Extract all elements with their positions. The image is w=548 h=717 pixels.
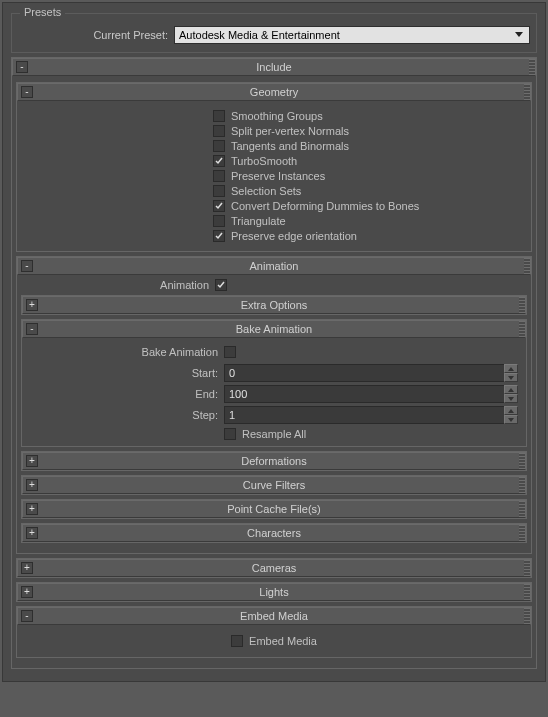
preserve-edge-label: Preserve edge orientation <box>231 230 357 242</box>
animation-title: Animation <box>250 260 299 272</box>
lights-rollup: + Lights <box>16 582 532 602</box>
split-normals-label: Split per-vertex Normals <box>231 125 349 137</box>
preserve-instances-checkbox[interactable] <box>213 170 225 182</box>
bake-animation-header[interactable]: - Bake Animation <box>22 320 526 338</box>
convert-dummies-checkbox[interactable] <box>213 200 225 212</box>
split-normals-checkbox[interactable] <box>213 125 225 137</box>
start-up-button[interactable] <box>504 364 518 373</box>
point-cache-title: Point Cache File(s) <box>227 503 321 515</box>
preserve-instances-label: Preserve Instances <box>231 170 325 182</box>
bake-animation-title: Bake Animation <box>236 323 312 335</box>
embed-media-header[interactable]: - Embed Media <box>17 607 531 625</box>
step-up-button[interactable] <box>504 406 518 415</box>
svg-marker-1 <box>508 367 514 371</box>
curve-filters-rollup: + Curve Filters <box>21 475 527 495</box>
include-title: Include <box>256 61 291 73</box>
lights-title: Lights <box>259 586 288 598</box>
triangulate-label: Triangulate <box>231 215 286 227</box>
embed-media-rollup: - Embed Media Embed Media <box>16 606 532 658</box>
presets-legend: Presets <box>20 6 65 18</box>
deformations-title: Deformations <box>241 455 306 467</box>
end-input[interactable] <box>224 385 504 403</box>
turbosmooth-checkbox[interactable] <box>213 155 225 167</box>
end-down-button[interactable] <box>504 394 518 403</box>
animation-header[interactable]: - Animation <box>17 257 531 275</box>
current-preset-value: Autodesk Media & Entertainment <box>179 29 340 41</box>
animation-check-row: Animation <box>21 279 527 291</box>
start-spinner <box>224 364 518 382</box>
step-spinner <box>224 406 518 424</box>
end-spinner <box>224 385 518 403</box>
deformations-rollup: + Deformations <box>21 451 527 471</box>
selection-sets-checkbox[interactable] <box>213 185 225 197</box>
lights-header[interactable]: + Lights <box>17 583 531 601</box>
curve-filters-header[interactable]: + Curve Filters <box>22 476 526 494</box>
include-toggle[interactable]: - <box>16 61 28 73</box>
cameras-title: Cameras <box>252 562 297 574</box>
geometry-toggle[interactable]: - <box>21 86 33 98</box>
svg-marker-0 <box>515 32 523 37</box>
selection-sets-label: Selection Sets <box>231 185 301 197</box>
curve-filters-toggle[interactable]: + <box>26 479 38 491</box>
include-header[interactable]: - Include <box>12 58 536 76</box>
characters-toggle[interactable]: + <box>26 527 38 539</box>
deformations-toggle[interactable]: + <box>26 455 38 467</box>
end-label: End: <box>30 388 218 400</box>
animation-enable-label: Animation <box>21 279 209 291</box>
embed-media-toggle[interactable]: - <box>21 610 33 622</box>
point-cache-header[interactable]: + Point Cache File(s) <box>22 500 526 518</box>
smoothing-groups-checkbox[interactable] <box>213 110 225 122</box>
deformations-header[interactable]: + Deformations <box>22 452 526 470</box>
bake-body: Bake Animation Start: <box>22 338 526 446</box>
include-rollup: - Include - Geometry Smoothing Groups Sp… <box>11 57 537 669</box>
geometry-header[interactable]: - Geometry <box>17 83 531 101</box>
start-input[interactable] <box>224 364 504 382</box>
lights-toggle[interactable]: + <box>21 586 33 598</box>
embed-media-label: Embed Media <box>249 635 317 647</box>
animation-enable-checkbox[interactable] <box>215 279 227 291</box>
characters-title: Characters <box>247 527 301 539</box>
cameras-rollup: + Cameras <box>16 558 532 578</box>
animation-body: Animation + Extra Options - <box>17 275 531 553</box>
step-label: Step: <box>30 409 218 421</box>
step-down-button[interactable] <box>504 415 518 424</box>
current-preset-row: Current Preset: Autodesk Media & Enterta… <box>18 26 530 44</box>
presets-fieldset: Presets Current Preset: Autodesk Media &… <box>11 13 537 53</box>
extra-options-title: Extra Options <box>241 299 308 311</box>
geometry-title: Geometry <box>250 86 298 98</box>
extra-options-toggle[interactable]: + <box>26 299 38 311</box>
characters-rollup: + Characters <box>21 523 527 543</box>
turbosmooth-label: TurboSmooth <box>231 155 297 167</box>
preserve-edge-checkbox[interactable] <box>213 230 225 242</box>
cameras-header[interactable]: + Cameras <box>17 559 531 577</box>
triangulate-checkbox[interactable] <box>213 215 225 227</box>
animation-toggle[interactable]: - <box>21 260 33 272</box>
bake-animation-checkbox[interactable] <box>224 346 236 358</box>
bake-animation-label: Bake Animation <box>30 346 218 358</box>
resample-all-label: Resample All <box>242 428 306 440</box>
svg-marker-6 <box>508 418 514 422</box>
svg-marker-4 <box>508 397 514 401</box>
start-label: Start: <box>30 367 218 379</box>
include-body: - Geometry Smoothing Groups Split per-ve… <box>12 76 536 668</box>
point-cache-toggle[interactable]: + <box>26 503 38 515</box>
current-preset-dropdown[interactable]: Autodesk Media & Entertainment <box>174 26 530 44</box>
curve-filters-title: Curve Filters <box>243 479 305 491</box>
current-preset-label: Current Preset: <box>18 29 168 41</box>
convert-dummies-label: Convert Deforming Dummies to Bones <box>231 200 419 212</box>
characters-header[interactable]: + Characters <box>22 524 526 542</box>
cameras-toggle[interactable]: + <box>21 562 33 574</box>
embed-body: Embed Media <box>17 625 531 657</box>
extra-options-rollup: + Extra Options <box>21 295 527 315</box>
start-down-button[interactable] <box>504 373 518 382</box>
step-input[interactable] <box>224 406 504 424</box>
resample-all-checkbox[interactable] <box>224 428 236 440</box>
tangents-checkbox[interactable] <box>213 140 225 152</box>
embed-media-checkbox[interactable] <box>231 635 243 647</box>
point-cache-rollup: + Point Cache File(s) <box>21 499 527 519</box>
extra-options-header[interactable]: + Extra Options <box>22 296 526 314</box>
bake-animation-rollup: - Bake Animation Bake Animation Start: <box>21 319 527 447</box>
bake-animation-toggle[interactable]: - <box>26 323 38 335</box>
end-up-button[interactable] <box>504 385 518 394</box>
presets-panel: Presets Current Preset: Autodesk Media &… <box>2 2 546 682</box>
